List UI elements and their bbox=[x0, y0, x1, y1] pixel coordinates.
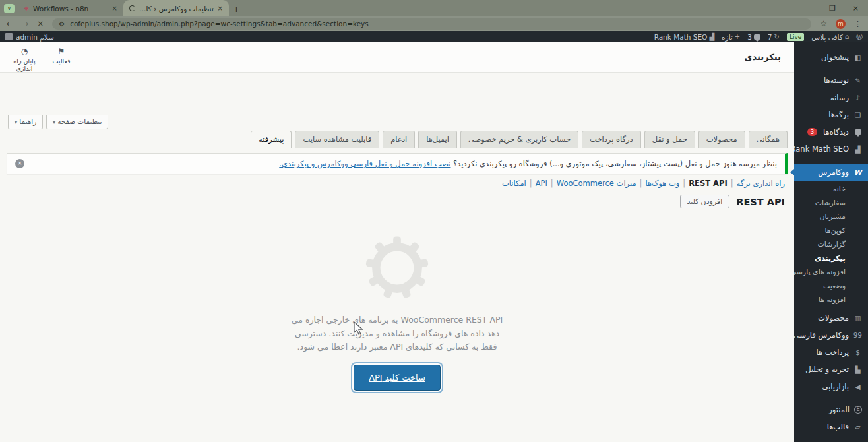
media-icon: ♪ bbox=[853, 94, 862, 102]
howdy-account-link[interactable]: سلام admin bbox=[5, 33, 54, 41]
submenu-item-status[interactable]: وضعیت bbox=[794, 279, 868, 293]
page-title: پیکربندی bbox=[745, 52, 781, 62]
forward-button[interactable]: → bbox=[22, 20, 28, 28]
browser-tab-woocommerce-settings[interactable]: تنظیمات ووکامرس ‹ کافی پلاس - × bbox=[123, 0, 229, 16]
elementor-icon: E bbox=[854, 406, 862, 414]
url-text: cofeplus.shop/wp-admin/admin.php?page=wc… bbox=[70, 20, 369, 28]
close-window-button[interactable]: × bbox=[853, 4, 859, 13]
chart-icon: ▟ bbox=[853, 146, 862, 153]
updates-link[interactable]: ↻ 7 bbox=[768, 33, 780, 41]
sidebar-item-woocommerce[interactable]: W ووکامرس bbox=[794, 164, 868, 181]
settings-content: پیکربندی ◔ پایان راه اندازی ⚑ فعالیت راه… bbox=[0, 42, 794, 442]
sidebar-item-marketing[interactable]: ◀ بازاریابی bbox=[794, 378, 868, 395]
subnav-page-setup[interactable]: راه اندازی برگه bbox=[737, 179, 785, 188]
menu-separator bbox=[794, 158, 868, 164]
site-settings-icon[interactable]: ⚙ bbox=[59, 20, 65, 28]
submenu-item-reports[interactable]: گزارشات bbox=[794, 237, 868, 251]
wp-admin-bar: Ⓦ ⌂ کافی پلاس Live ↻ 7 3 + تازه ▟ Rank M… bbox=[0, 31, 868, 42]
tab-close-icon[interactable]: × bbox=[218, 5, 223, 12]
stop-loading-button[interactable]: × bbox=[37, 20, 44, 28]
tab-close-icon[interactable]: × bbox=[112, 5, 117, 12]
sidebar-item-payments[interactable]: $ پرداخت ها bbox=[794, 344, 868, 361]
create-api-key-button[interactable]: ساخت کلید API bbox=[354, 365, 441, 391]
back-button[interactable]: ← bbox=[7, 20, 13, 28]
comments-count: 3 bbox=[747, 33, 752, 41]
sidebar-item-templates[interactable]: ▱ قالب‌ها bbox=[794, 418, 868, 435]
tab-shipping[interactable]: حمل و نقل bbox=[644, 131, 695, 148]
admin-bar-right-group: Ⓦ ⌂ کافی پلاس Live ↻ 7 3 + تازه ▟ Rank M… bbox=[654, 33, 863, 41]
subnav-rest-api[interactable]: REST API bbox=[689, 179, 727, 188]
comments-count-badge: 3 bbox=[807, 128, 817, 136]
url-field[interactable]: ⚙ cofeplus.shop/wp-admin/admin.php?page=… bbox=[52, 18, 811, 30]
sidebar-item-dashboard[interactable]: ◧ پیشخوان bbox=[794, 49, 868, 66]
menu-separator bbox=[794, 66, 868, 72]
tab-general[interactable]: همگانی bbox=[749, 131, 788, 148]
site-name-link[interactable]: ⌂ کافی پلاس bbox=[811, 33, 849, 41]
sidebar-item-media[interactable]: ♪ رسانه bbox=[794, 89, 868, 106]
pushpin-icon: ✎ bbox=[853, 77, 862, 84]
woo-persian-icon: 99 bbox=[853, 332, 862, 339]
products-icon: ▥ bbox=[853, 315, 862, 322]
sidebar-item-posts[interactable]: ✎ نوشته‌ها bbox=[794, 72, 868, 89]
tab-accounts-privacy[interactable]: حساب کاربری & حریم خصوصی bbox=[460, 131, 578, 148]
new-tab-button[interactable]: + bbox=[233, 4, 240, 14]
comments-bubble-icon bbox=[853, 129, 862, 136]
n8n-favicon-icon: ❖ bbox=[24, 5, 29, 12]
screen-options-button[interactable]: تنظیمات صفحه ▾ bbox=[46, 115, 108, 129]
sidebar-item-products[interactable]: ▥ محصولات bbox=[794, 309, 868, 327]
wp-admin-sidebar: ◧ پیشخوان ✎ نوشته‌ها ♪ رسانه ❏ برگه‌ها د… bbox=[794, 42, 868, 442]
submenu-item-orders[interactable]: سفارشات bbox=[794, 196, 868, 210]
help-dropdown-button[interactable]: راهنما ▾ bbox=[8, 115, 43, 129]
sidebar-item-pages[interactable]: ❏ برگه‌ها bbox=[794, 106, 868, 123]
progress-circle-icon: ◔ bbox=[5, 47, 44, 56]
woocommerce-submenu: خانه سفارشات مشتریان کوپن‌ها گزارشات پیک… bbox=[794, 181, 868, 309]
finish-setup-button[interactable]: ◔ پایان راه اندازی bbox=[5, 47, 44, 72]
analytics-icon: ▙ bbox=[853, 366, 862, 373]
rank-math-label: Rank Math SEO bbox=[654, 33, 708, 41]
add-key-button[interactable]: افزودن کلید bbox=[680, 195, 730, 208]
caret-down-icon: ▾ bbox=[15, 119, 17, 125]
tab-integration[interactable]: ادغام bbox=[383, 131, 415, 148]
bookmark-star-icon[interactable]: ☆ bbox=[820, 19, 827, 28]
tab-advanced[interactable]: پیشرفته bbox=[251, 131, 292, 148]
advanced-subnav: راه اندازی برگه|REST API|وب هوک‌ها|میراث… bbox=[9, 179, 785, 188]
subnav-features[interactable]: امکانات bbox=[502, 179, 526, 188]
dismiss-notice-icon[interactable]: ✕ bbox=[15, 159, 24, 168]
submenu-item-extensions[interactable]: افزونه ها bbox=[794, 293, 868, 307]
tab-emails[interactable]: ایمیل‌ها bbox=[418, 131, 457, 148]
sidebar-item-elementor[interactable]: E المنتور bbox=[794, 401, 868, 418]
subnav-woocommerce-com[interactable]: WooCommerce bbox=[557, 179, 614, 188]
maximize-button[interactable]: ❐ bbox=[829, 4, 836, 13]
sidebar-item-rank-math[interactable]: ▟ Rank Math SEO bbox=[794, 141, 868, 158]
rank-math-link[interactable]: ▟ Rank Math SEO bbox=[654, 33, 714, 41]
minimize-button[interactable]: – bbox=[808, 4, 812, 13]
user-avatar bbox=[5, 33, 13, 40]
tab-products[interactable]: محصولات bbox=[698, 131, 745, 148]
tab-search-button[interactable]: ∨ bbox=[4, 4, 15, 13]
sidebar-item-woocommerce-farsi[interactable]: 99 ووکامرس فارسی bbox=[794, 327, 868, 344]
tab-payments[interactable]: درگاه پرداخت bbox=[582, 131, 641, 148]
live-badge[interactable]: Live bbox=[787, 33, 804, 41]
tab-site-visibility[interactable]: قابلیت مشاهده سایت bbox=[295, 131, 379, 148]
activity-button[interactable]: ⚑ فعالیت bbox=[50, 47, 73, 65]
sidebar-item-analytics[interactable]: ▙ تجزیه و تحلیل bbox=[794, 361, 868, 378]
caret-down-icon: ▾ bbox=[53, 119, 55, 125]
browser-profile-avatar[interactable]: m bbox=[836, 19, 846, 29]
sidebar-item-comments[interactable]: دیدگاه‌ها 3 bbox=[794, 123, 868, 141]
submenu-item-home[interactable]: خانه bbox=[794, 182, 868, 196]
browser-menu-icon[interactable]: ⋮ bbox=[854, 20, 861, 28]
install-shipping-plugin-link[interactable]: نصب افزونه حمل و نقل فارسی ووکامرس و پیک… bbox=[279, 159, 450, 168]
submenu-item-settings[interactable]: پیکربندی bbox=[794, 251, 868, 265]
submenu-item-customers[interactable]: مشتریان bbox=[794, 210, 868, 224]
submenu-item-persian-addons[interactable]: افزونه های پارسی bbox=[794, 265, 868, 279]
subnav-webhooks[interactable]: وب هوک‌ها bbox=[645, 179, 679, 188]
updates-count: 7 bbox=[768, 33, 772, 41]
comments-link[interactable]: 3 bbox=[747, 33, 760, 41]
folder-icon: ▱ bbox=[853, 424, 862, 431]
tab-title: تنظیمات ووکامرس ‹ کافی پلاس - bbox=[139, 5, 214, 13]
tab-title: Workflows - n8n bbox=[33, 5, 108, 13]
new-content-link[interactable]: + تازه bbox=[722, 33, 740, 41]
wordpress-logo-icon[interactable]: Ⓦ bbox=[856, 34, 863, 40]
browser-tab-n8n[interactable]: ❖ Workflows - n8n × bbox=[18, 0, 123, 16]
submenu-item-coupons[interactable]: کوپن‌ها bbox=[794, 224, 868, 237]
